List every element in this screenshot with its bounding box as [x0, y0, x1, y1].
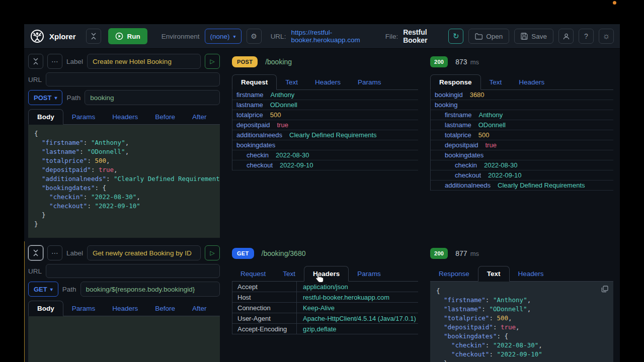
request-view-tabs: RequestTextHeadersParams: [232, 74, 418, 90]
kv-row-bookingdates: bookingdates: [431, 150, 613, 160]
request-path-input[interactable]: booking: [85, 90, 220, 105]
code-line: "depositpaid": true,: [436, 323, 607, 332]
body-editor[interactable]: { "firstname": "Anthony", "lastname": "O…: [28, 125, 220, 238]
header-name: Accept: [232, 282, 297, 292]
tab-body[interactable]: Body: [28, 109, 63, 125]
tab-before[interactable]: Before: [146, 110, 184, 124]
request-path-input[interactable]: booking/${response.body.bookingid}: [80, 282, 220, 297]
method-select[interactable]: GET ▾: [28, 282, 58, 297]
kv-key: depositpaid: [445, 141, 478, 149]
kv-key: checkout: [247, 161, 273, 169]
kv-row-booking: booking: [431, 100, 613, 110]
kv-row-checkout: checkout2022-09-10: [431, 170, 613, 180]
header-row-connection: ConnectionKeep-Alive: [232, 303, 418, 313]
tab-headers[interactable]: Headers: [104, 110, 146, 124]
code-line: "firstname": "Anthony",: [34, 138, 214, 147]
body-editor[interactable]: [28, 316, 220, 362]
request-url-input[interactable]: [46, 264, 220, 278]
tab-params[interactable]: Params: [349, 266, 389, 281]
tab-after[interactable]: After: [184, 110, 215, 124]
sun-icon: ☼: [602, 31, 610, 41]
collapse-request-button[interactable]: [28, 245, 43, 260]
request-1-config-panel: ⋯ Label Create new Hotel Booking ▷ URL P…: [24, 54, 220, 241]
tab-response[interactable]: Response: [430, 266, 478, 281]
collapse-request-button[interactable]: [28, 54, 43, 69]
header-row-accept-encoding: Accept-Encodinggzip,deflate: [232, 324, 418, 334]
help-button[interactable]: ?: [579, 29, 594, 44]
code-line: "additionalneeds": "Clearly Defined Requ…: [34, 174, 214, 184]
request-headers-table: Acceptapplication/jsonHostrestful-booker…: [232, 282, 418, 334]
code-line: "depositpaid": true,: [34, 165, 214, 174]
kv-value: Anthony: [270, 91, 294, 99]
request-2-request-panel: GET /booking/3680 RequestTextHeadersPara…: [227, 245, 418, 362]
kv-row-checkin: checkin2022-08-30: [232, 150, 418, 160]
collapse-all-button[interactable]: [86, 29, 101, 44]
kv-value: 500: [270, 111, 281, 119]
request-block-get-booking: ⋯ Label Get newly created Booking by ID …: [24, 241, 620, 362]
tab-request[interactable]: Request: [232, 266, 274, 281]
tab-text[interactable]: Text: [478, 266, 510, 282]
tab-params[interactable]: Params: [63, 301, 104, 316]
tab-body[interactable]: Body: [28, 301, 63, 316]
tab-headers[interactable]: Headers: [306, 75, 349, 89]
tab-before[interactable]: Before: [146, 301, 184, 316]
tab-headers[interactable]: Headers: [104, 301, 146, 316]
kv-key: bookingdates: [445, 151, 484, 159]
tab-params[interactable]: Params: [63, 110, 104, 124]
tab-headers[interactable]: Headers: [510, 75, 553, 89]
code-line: {: [34, 129, 214, 138]
kv-row-bookingid: bookingid3680: [431, 90, 613, 100]
run-request-button[interactable]: ▷: [205, 245, 220, 260]
response-time: 873: [455, 58, 467, 66]
run-label: Run: [127, 33, 140, 40]
theme-toggle-button[interactable]: ☼: [599, 29, 614, 44]
header-row-user-agent: User-AgentApache-HttpClient/4.5.14 (Java…: [232, 313, 418, 324]
account-button[interactable]: [558, 29, 574, 44]
response-text-view[interactable]: { "firstname": "Anthony", "lastname": "O…: [430, 282, 613, 362]
kv-key: checkin: [455, 161, 477, 169]
request-view-tabs: RequestTextHeadersParams: [232, 265, 418, 282]
path-field-label: Path: [66, 94, 80, 102]
path-field-label: Path: [62, 286, 76, 293]
tab-text[interactable]: Text: [277, 75, 306, 89]
copy-icon[interactable]: [601, 286, 608, 293]
settings-button[interactable]: ⚙: [247, 29, 262, 44]
tab-request[interactable]: Request: [232, 74, 277, 90]
request-url-input[interactable]: [46, 72, 220, 86]
request-label-input[interactable]: Create new Hotel Booking: [87, 54, 201, 69]
save-button[interactable]: Save: [514, 29, 553, 44]
kv-value: Anthony: [478, 111, 503, 119]
tab-headers[interactable]: Headers: [510, 266, 552, 281]
header-row-host: Hostrestful-booker.herokuapp.com: [232, 292, 418, 303]
tab-params[interactable]: Params: [349, 75, 390, 89]
open-button[interactable]: Open: [468, 29, 509, 44]
play-icon: ▷: [210, 58, 214, 65]
tab-text[interactable]: Text: [274, 266, 304, 281]
run-request-button[interactable]: ▷: [205, 54, 220, 69]
tab-headers[interactable]: Headers: [304, 266, 349, 282]
kv-row-totalprice: totalprice500: [431, 130, 613, 140]
run-button[interactable]: Run: [108, 28, 147, 44]
kv-value: ODonnell: [270, 101, 297, 109]
request-label-input[interactable]: Get newly created Booking by ID: [87, 245, 201, 260]
code-line: },: [436, 359, 607, 362]
request-path-display: /booking/3680: [262, 249, 306, 257]
header-name: Host: [232, 292, 297, 302]
environment-select[interactable]: (none) ▾: [205, 29, 242, 44]
method-select[interactable]: POST ▾: [28, 90, 62, 105]
gear-icon: ⚙: [251, 32, 257, 40]
base-url-link[interactable]: https://restful-booker.herokuapp.com: [291, 29, 375, 44]
tab-after[interactable]: After: [184, 301, 215, 316]
tab-response[interactable]: Response: [430, 74, 481, 90]
reload-file-button[interactable]: ↻: [448, 29, 463, 44]
file-name: Restful Booker: [403, 28, 441, 44]
kv-row-checkout: checkout2022-09-10: [232, 160, 418, 170]
kv-key: additionalneeds: [445, 182, 491, 189]
more-options-button[interactable]: ⋯: [47, 54, 62, 69]
header-name: Connection: [232, 303, 297, 313]
header-value: gzip,deflate: [297, 324, 337, 334]
kv-row-depositpaid: depositpaidtrue: [232, 120, 418, 130]
kv-row-bookingdates: bookingdates: [232, 140, 418, 150]
tab-text[interactable]: Text: [481, 75, 511, 89]
more-options-button[interactable]: ⋯: [47, 245, 62, 260]
